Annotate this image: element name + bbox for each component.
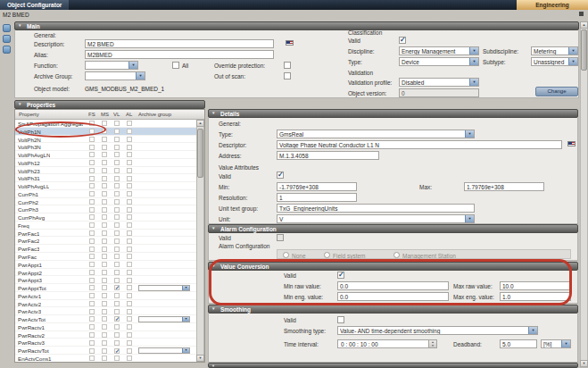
vc-valid-checkbox[interactable]	[337, 272, 344, 279]
property-al-checkbox[interactable]	[127, 121, 132, 126]
property-vl-checkbox[interactable]	[114, 270, 120, 275]
property-al-checkbox[interactable]	[127, 183, 132, 188]
property-al-checkbox[interactable]	[127, 199, 132, 205]
column-header-ms[interactable]: MS	[101, 112, 109, 117]
property-row[interactable]: PwrApptTot✓▼	[15, 284, 204, 292]
property-vl-checkbox[interactable]: ✓	[114, 316, 120, 322]
property-fs-checkbox[interactable]	[89, 160, 95, 165]
dropdown-button[interactable]: ▼	[136, 72, 145, 79]
dropdown-button[interactable]: ▼	[568, 58, 577, 65]
property-row[interactable]: PwrRactv2	[15, 331, 204, 339]
property-vl-checkbox[interactable]	[114, 199, 120, 205]
override-protection-checkbox[interactable]	[284, 62, 291, 69]
property-ms-checkbox[interactable]	[102, 191, 107, 197]
all-checkbox[interactable]	[172, 62, 179, 69]
property-row[interactable]: CurrPh1	[15, 190, 204, 198]
property-ms-checkbox[interactable]	[102, 121, 107, 126]
property-row[interactable]: VoltPh12	[15, 159, 204, 167]
property-row[interactable]: PwrRactv3	[15, 339, 204, 347]
property-vl-checkbox[interactable]	[114, 278, 120, 283]
column-header-fs[interactable]: FS	[88, 112, 95, 117]
max-input[interactable]: 1.79769e+308	[464, 182, 544, 191]
property-ms-checkbox[interactable]	[102, 301, 107, 306]
property-ms-checkbox[interactable]	[102, 262, 107, 267]
out-of-scan-checkbox[interactable]	[284, 72, 291, 79]
property-fs-checkbox[interactable]	[89, 145, 95, 150]
section-header-alarm-configuration[interactable]: ▼ Alarm Configuration	[208, 224, 578, 233]
property-row[interactable]: PwrActv1	[15, 292, 204, 300]
object-version-field[interactable]: 0	[399, 88, 479, 97]
property-ms-checkbox[interactable]	[102, 238, 107, 244]
alias-input[interactable]: M2BMED	[85, 50, 274, 59]
property-fs-checkbox[interactable]	[89, 254, 95, 259]
property-row[interactable]: VoltPh2N	[15, 136, 204, 144]
property-row[interactable]: VoltPhAvgLN	[15, 151, 204, 159]
pin-icon[interactable]	[579, 12, 584, 16]
scrollbar-thumb[interactable]	[197, 129, 203, 178]
property-row[interactable]: PwrAppt3	[15, 276, 204, 284]
property-fs-checkbox[interactable]	[89, 270, 95, 275]
max-eng-value-input[interactable]: 1.0	[500, 292, 571, 301]
property-row[interactable]: Sts&Propagation Aggregat	[15, 120, 204, 128]
property-ms-checkbox[interactable]	[102, 340, 107, 346]
property-al-checkbox[interactable]	[127, 309, 132, 314]
property-row[interactable]: VoltPh31	[15, 174, 204, 182]
property-fs-checkbox[interactable]	[89, 309, 95, 314]
property-row[interactable]: PwrActv3	[15, 307, 204, 315]
unit-text-group-input[interactable]: TxG_EngineeringUnits	[277, 204, 475, 213]
property-fs-checkbox[interactable]	[89, 207, 95, 213]
property-ms-checkbox[interactable]	[102, 278, 107, 283]
property-fs-checkbox[interactable]	[89, 214, 95, 220]
property-fs-checkbox[interactable]	[89, 168, 95, 173]
property-fs-checkbox[interactable]	[89, 285, 95, 290]
property-al-checkbox[interactable]	[127, 230, 132, 236]
property-fs-checkbox[interactable]	[89, 262, 95, 267]
property-ms-checkbox[interactable]	[102, 214, 107, 220]
property-ms-checkbox[interactable]	[102, 293, 107, 298]
property-fs-checkbox[interactable]	[89, 301, 95, 306]
dropdown-button[interactable]: ▼	[568, 47, 577, 54]
function-dropdown[interactable]: ▼	[85, 61, 138, 70]
change-version-button[interactable]: Change	[535, 87, 578, 96]
property-vl-checkbox[interactable]: ✓	[114, 285, 120, 290]
property-row[interactable]: VoltPh23	[15, 167, 204, 175]
validation-profile-dropdown[interactable]: Disabled ▼	[399, 78, 479, 87]
discipline-dropdown[interactable]: Energy Management ▼	[399, 46, 479, 55]
property-al-checkbox[interactable]	[127, 191, 132, 197]
property-vl-checkbox[interactable]	[114, 191, 120, 197]
section-header-smoothing[interactable]: ▼ Smoothing	[208, 305, 578, 314]
column-header-property[interactable]: Property	[19, 112, 39, 117]
property-al-checkbox[interactable]	[127, 214, 132, 220]
property-fs-checkbox[interactable]	[89, 293, 95, 298]
property-al-checkbox[interactable]	[127, 145, 132, 150]
property-vl-checkbox[interactable]	[114, 214, 120, 220]
property-fs-checkbox[interactable]	[89, 222, 95, 228]
property-al-checkbox[interactable]	[127, 332, 132, 338]
property-vl-checkbox[interactable]	[114, 324, 120, 330]
property-vl-checkbox[interactable]	[114, 293, 120, 298]
property-ms-checkbox[interactable]	[102, 176, 107, 181]
property-row[interactable]: PwrActv2	[15, 300, 204, 308]
property-al-checkbox[interactable]	[127, 293, 132, 298]
type-dropdown[interactable]: Device ▼	[399, 57, 479, 66]
property-vl-checkbox[interactable]	[114, 121, 120, 126]
engineering-mode-button[interactable]: Engineering	[517, 0, 588, 10]
property-row[interactable]: VoltPhAvgLL	[15, 182, 204, 190]
section-header-details[interactable]: ▼ Details	[208, 109, 578, 118]
property-vl-checkbox[interactable]	[114, 247, 120, 252]
property-vl-checkbox[interactable]	[114, 137, 120, 142]
property-ms-checkbox[interactable]	[102, 270, 107, 275]
spinner-down-icon[interactable]: ▼	[429, 344, 436, 347]
property-vl-checkbox[interactable]	[114, 340, 120, 346]
property-ms-checkbox[interactable]	[102, 137, 107, 142]
property-ms-checkbox[interactable]	[102, 168, 107, 173]
property-al-checkbox[interactable]	[127, 176, 132, 181]
property-vl-checkbox[interactable]	[114, 332, 120, 338]
dropdown-button[interactable]: ▼	[465, 215, 474, 222]
address-input[interactable]: M.1.3.4058	[277, 151, 379, 160]
dropdown-button[interactable]: ▼	[469, 58, 478, 65]
scroll-down-arrow-icon[interactable]: ▼	[196, 355, 204, 362]
property-fs-checkbox[interactable]	[89, 247, 95, 252]
property-row[interactable]: PwrAppt1	[15, 261, 204, 269]
column-header-archive-group[interactable]: Archive group	[138, 112, 171, 117]
